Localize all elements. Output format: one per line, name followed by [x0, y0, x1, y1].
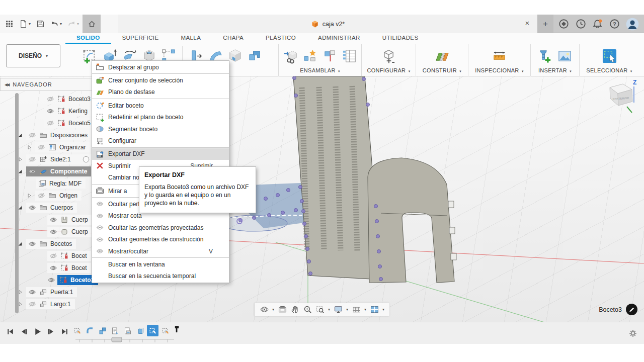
step-forward-button[interactable] — [46, 326, 56, 336]
workspace-selector[interactable]: DISEÑO ▾ — [6, 44, 60, 67]
arch-body[interactable] — [368, 158, 454, 283]
measure-button[interactable] — [491, 47, 508, 65]
navigator-row-side2-1[interactable]: Side2:1 — [0, 153, 106, 165]
navigator-row-boceto5[interactable]: Boceto5 — [0, 117, 106, 129]
timeline-track[interactable] — [75, 337, 176, 343]
home-button[interactable] — [83, 15, 101, 33]
menu-item-crear-conjunto-de-selecci-n[interactable]: Crear conjunto de selección — [92, 74, 229, 86]
expand-collapsed-icon[interactable] — [26, 144, 32, 150]
navigator-row-cuerp[interactable]: Cuerp — [0, 226, 106, 238]
menu-item-mostrar-ocultar[interactable]: Mostrar/ocultarV — [92, 245, 229, 257]
joint-origin-button[interactable] — [321, 47, 338, 65]
eye-off-icon[interactable] — [49, 252, 57, 260]
navigator-row-organizar[interactable]: Organizar — [0, 141, 106, 153]
ensamblar-group-label[interactable]: ENSAMBLAR ▾ — [279, 67, 361, 76]
timeline-item[interactable] — [147, 325, 158, 336]
timeline-item[interactable] — [122, 325, 133, 336]
expand-expanded-icon[interactable] — [17, 205, 23, 211]
menu-item-buscar-en-la-ventana[interactable]: Buscar en la ventana — [92, 258, 229, 270]
file-new-button[interactable]: ▾ — [17, 17, 33, 32]
zoom-fit-button[interactable] — [314, 304, 326, 315]
eye-on-icon[interactable] — [28, 288, 36, 296]
eye-off-icon[interactable] — [28, 131, 36, 139]
eye-on-icon[interactable] — [28, 204, 36, 212]
timeline-item[interactable] — [109, 325, 121, 336]
help-button[interactable]: ? — [609, 19, 620, 29]
inspeccionar-group-label[interactable]: INSPECCIONAR ▾ — [468, 67, 530, 76]
orbit-caret[interactable]: ▾ — [272, 307, 274, 312]
tab-solido[interactable]: SOLIDO — [65, 33, 111, 44]
insertar-group-label[interactable]: INSERTAR ▾ — [531, 67, 579, 76]
seleccionar-group-label[interactable]: SELECCIONAR ▾ — [580, 67, 639, 76]
expand-expanded-icon[interactable] — [17, 168, 23, 174]
zoom-fit-caret[interactable]: ▾ — [328, 307, 330, 312]
timeline-position-marker[interactable] — [173, 325, 181, 338]
eye-on-icon[interactable] — [28, 240, 36, 248]
grid-settings-button[interactable] — [351, 304, 362, 315]
navigator-row-origen[interactable]: Origen — [0, 190, 106, 202]
eye-off-icon[interactable] — [46, 119, 54, 127]
eye-on-icon[interactable] — [28, 167, 36, 175]
new-tab-button[interactable]: + — [537, 15, 553, 33]
sketch-badge-icon[interactable] — [626, 304, 637, 315]
eye-off-icon[interactable] — [37, 192, 45, 200]
timeline-item[interactable] — [159, 325, 171, 336]
step-back-button[interactable] — [19, 326, 29, 336]
menu-item-ocultar-las-geometr-as-proyectadas[interactable]: Ocultar las geometrías proyectadas — [92, 222, 229, 233]
tab-administrar[interactable]: ADMINISTRAR — [307, 33, 371, 44]
display-settings-button[interactable] — [333, 304, 344, 315]
menu-item-desplazar-al-grupo[interactable]: Desplazar al grupo — [92, 61, 229, 73]
navigator-row-bocetos[interactable]: Bocetos — [0, 238, 106, 250]
tab-superficie[interactable]: SUPERFICIE — [111, 33, 170, 44]
bom-button[interactable] — [341, 47, 358, 65]
document-tab[interactable]: caja v2* × — [118, 15, 537, 33]
menu-item-ocultar-geometr-as-de-construcci-n[interactable]: Ocultar geometrías de construcción — [92, 233, 229, 245]
preferences-gear-slot[interactable] — [628, 329, 637, 338]
insert-image-button[interactable] — [556, 47, 573, 65]
navigator-row-componente[interactable]: Componente — [0, 165, 106, 177]
apps-grid-button[interactable] — [3, 17, 16, 32]
configure-box-button[interactable] — [380, 47, 397, 65]
insert-fastener-button[interactable] — [537, 47, 553, 65]
collapse-panel-icon[interactable]: ◀◀ — [5, 82, 9, 87]
navigator-row-disposiciones[interactable]: Disposiciones — [0, 129, 106, 141]
expand-expanded-icon[interactable] — [17, 132, 23, 138]
timeline-item[interactable] — [84, 325, 96, 336]
expand-collapsed-icon[interactable] — [17, 156, 23, 162]
skip-end-button[interactable] — [59, 326, 69, 336]
configurar-group-label[interactable]: CONFIGURAR ▾ — [362, 67, 416, 76]
play-button[interactable] — [32, 326, 42, 336]
navigator-row-cuerp[interactable]: Cuerp — [0, 214, 106, 226]
navigator-row-puerta-1[interactable]: Puerta:1 — [0, 286, 106, 298]
menu-item-buscar-en-la-secuencia-temporal[interactable]: Buscar en la secuencia temporal — [92, 270, 229, 282]
job-status-button[interactable] — [576, 19, 586, 29]
navigator-row-boceto3[interactable]: Boceto3 — [0, 274, 106, 286]
navigator-row-bocet[interactable]: Bocet — [0, 262, 106, 274]
radio-icon[interactable] — [82, 155, 90, 163]
display-settings-caret[interactable]: ▾ — [346, 307, 348, 312]
menu-item-plano-de-desfase[interactable]: Plano de desfase — [92, 86, 229, 98]
expand-collapsed-icon[interactable] — [26, 193, 32, 199]
tab-malla[interactable]: MALLA — [170, 33, 212, 44]
select-window-button[interactable] — [601, 47, 618, 65]
navigator-row-boceto3[interactable]: Boceto3 — [0, 93, 106, 105]
grid-settings-caret[interactable]: ▾ — [364, 307, 366, 312]
viewcube[interactable]: POSTERIOR Z — [610, 79, 636, 113]
eye-on-icon[interactable] — [47, 276, 55, 284]
navigator-row-kerfing[interactable]: Kerfing — [0, 105, 106, 117]
navigator-row-bocet[interactable]: Bocet — [0, 250, 106, 262]
eye-on-icon[interactable] — [46, 107, 54, 115]
tab-utilidades[interactable]: UTILIDADES — [371, 33, 430, 44]
redo-button[interactable]: ▾ — [65, 17, 81, 32]
timeline-item[interactable] — [71, 325, 83, 336]
timeline-slider[interactable] — [112, 337, 122, 342]
tab-plástico[interactable]: PLÁSTICO — [255, 33, 307, 44]
navigator-row-largo-1[interactable]: Largo:1 — [0, 298, 106, 310]
tab-chapa[interactable]: CHAPA — [212, 33, 255, 44]
navigator-row-cuerpos[interactable]: Cuerpos — [0, 202, 106, 214]
eye-on-icon[interactable] — [49, 216, 57, 224]
eye-on-icon[interactable] — [49, 264, 57, 272]
menu-item-exportar-dxf[interactable]: DXFExportar DXF — [92, 148, 229, 160]
navigator-header[interactable]: ◀◀ NAVEGADOR — [0, 78, 94, 91]
new-component-button[interactable] — [282, 47, 299, 65]
